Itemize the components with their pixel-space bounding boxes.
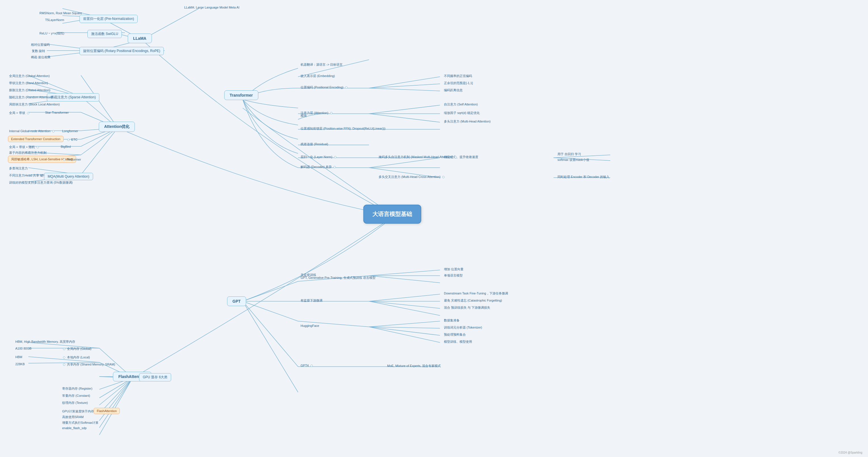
leaf-residual: 残差连接 (Residual) xyxy=(300,142,329,147)
leaf-global-shape: 全局 + 带状 xyxy=(8,110,31,116)
leaf-constant-mem: 常量内存 (Constant) xyxy=(61,393,91,398)
leaf-global-rand: 全局 + 带状 + 随机 xyxy=(8,144,41,150)
leaf-model-train: 模型训练、模型使用 xyxy=(443,339,473,344)
leaf-228kb: 228KB xyxy=(14,362,26,366)
leaf-single-lm: 单项语言模型 xyxy=(443,273,464,278)
leaf-cross-purpose: 同时处理 Encoder 和 Decoder 的输入 xyxy=(556,174,611,180)
leaf-star-transformer: Star-Transformer xyxy=(44,110,70,115)
leaf-positional-encoding: 位置编码 (Positional Encoding) xyxy=(300,85,349,90)
svg-line-38 xyxy=(81,128,118,175)
leaf-machine-translation: 机器翻译：源语言 -> 目标语言 xyxy=(300,62,344,67)
copyright: ©2024 @Sparkling xyxy=(838,451,862,454)
svg-line-71 xyxy=(369,327,440,328)
leaf-rel-pos: 相对位置编码 xyxy=(30,42,51,48)
svg-line-81 xyxy=(99,378,132,405)
leaf-add-pos: 增加 位置向量 xyxy=(443,266,465,272)
leaf-content-sparse: 基于内容的稀疏注意力机制 xyxy=(8,150,48,155)
leaf-bigbird: BigBird xyxy=(60,144,72,149)
svg-line-6 xyxy=(369,105,440,114)
gpt-node: GPT xyxy=(227,296,246,306)
svg-line-85 xyxy=(99,378,132,435)
gpu-6types-node: GPU 显存 6大类 xyxy=(139,373,171,381)
leaf-internal-global: Internal Global-node Attention xyxy=(8,129,57,133)
svg-line-72 xyxy=(369,327,440,335)
leaf-masked-purpose: 用于 自回归 学习 xyxy=(556,151,582,157)
svg-line-4 xyxy=(369,88,440,91)
leaf-layer-norm: 层归一化 (Layer Norm) xyxy=(300,154,338,160)
svg-line-73 xyxy=(369,327,440,342)
svg-line-3 xyxy=(369,84,440,88)
mqa-node: MQA(Multi Query Attention) xyxy=(44,173,93,180)
leaf-attention-layer: 注意力层 (Attention) xyxy=(300,110,334,116)
svg-line-68 xyxy=(369,301,440,315)
leaf-longformer: Longformer xyxy=(61,129,79,133)
leaf-masked-mha: 掩码多头自注意力机制 (Masked Multi-Head Attention) xyxy=(377,154,459,160)
attention-opt-node: Attention优化 xyxy=(99,122,135,132)
swiglu-node: 激活函数 SwiGLU xyxy=(87,30,122,38)
leaf-tokenizer: 训练词元分析器 (Tokenizer) xyxy=(443,325,483,330)
leaf-register-mem: 寄存器内存 (Register) xyxy=(61,386,93,391)
llama-node: LLaMA xyxy=(128,33,152,43)
leaf-hbm: HBM, High Bandwidth Memory, 高宽带内存 xyxy=(14,339,76,344)
svg-line-57 xyxy=(243,301,298,321)
svg-line-63 xyxy=(369,276,440,283)
leaf-t5layer: T5LayerNorm xyxy=(44,18,65,22)
leaf-softmax-mask: softmax 设置mask小值 xyxy=(556,157,590,163)
leaf-global-att: 全局注意力 (Global Attention) xyxy=(8,73,51,79)
svg-line-83 xyxy=(99,378,132,421)
leaf-supervised: 有监督下游微调 xyxy=(300,298,323,303)
svg-line-58 xyxy=(243,301,298,367)
leaf-flash-sdp: enable_flash_sdp xyxy=(61,426,88,430)
leaf-hbm2: HBM xyxy=(14,355,23,359)
leaf-texture-mem: 纹理内存 (Texture) xyxy=(61,400,89,405)
pre-norm-node: 前置归一化层 (Pre-Normalization) xyxy=(80,15,138,23)
svg-line-2 xyxy=(369,77,440,88)
leaf-embedding: 嵌入表示层 (Embedding) xyxy=(300,73,336,79)
leaf-pe-distance: 编码距离信息 xyxy=(443,88,464,93)
connection-lines xyxy=(0,0,868,457)
leaf-block-local-att: 局部块注意力 (Block Local Attention) xyxy=(8,102,61,107)
leaf-ffn: 位置感知前馈层 (Position-wise FFN): Dropout(ReL… xyxy=(300,126,386,131)
leaf-self-attention: 自注意力 (Self Attention) xyxy=(443,102,479,107)
leaf-downstream-ft: Downstream Task Fine-Tuning，下游任务微调 xyxy=(443,291,509,296)
leaf-band-att: 带状注意力 (Band Attention) xyxy=(8,80,49,86)
leaf-random-att: 随机注意力 (Random Attention) xyxy=(8,95,54,100)
mind-map-canvas: 大语言模型基础 Transformer 机器翻译：源语言 -> 目标语言 嵌入表… xyxy=(0,0,868,457)
center-node: 大语言模型基础 xyxy=(363,205,421,224)
leaf-mqa-train: 训练好的模型支持多注意力查询 (5%数据微调) xyxy=(8,180,74,185)
svg-line-65 xyxy=(369,294,440,301)
leaf-multi-query: 多查询注意力 xyxy=(8,166,29,171)
leaf-decoder-diff: 解码器 (Decoder) 差异 xyxy=(300,164,338,170)
svg-line-67 xyxy=(369,301,440,308)
svg-line-59 xyxy=(243,301,298,392)
leaf-pe-range: 正余弦的范围是[-1,1] xyxy=(443,80,474,86)
svg-line-55 xyxy=(243,281,298,301)
leaf-gpt4: GPT4 xyxy=(300,363,315,368)
transformer-node: Transformer xyxy=(224,90,258,100)
leaf-etc-highlight: Extended Transformer Construction xyxy=(8,136,64,142)
svg-line-35 xyxy=(81,128,118,155)
sparse-attention-node: 稀疏注意力 (Sparse Attention) xyxy=(47,93,99,102)
leaf-unsupervised: 无监督训练 xyxy=(300,272,317,278)
leaf-sparse-pos: 稀疏·迷位相乘 xyxy=(30,55,52,60)
leaf-preprocess: 预处理预料集合 xyxy=(443,332,467,337)
svg-line-70 xyxy=(369,321,440,327)
leaf-reformer: ReFormer xyxy=(61,157,82,162)
svg-line-84 xyxy=(99,378,132,428)
leaf-cross-attention: 多头交叉注意力 (Multi-Head Cross Attention) xyxy=(377,174,446,180)
leaf-complex-rot: 复数·旋转 xyxy=(31,48,46,54)
leaf-data-prep: 数据集准备 xyxy=(443,318,461,323)
leaf-pe-sin: 不同频率的正弦编码 xyxy=(443,73,473,79)
leaf-rms: RMSNorm, Root Mean Square xyxy=(38,11,83,16)
svg-line-8 xyxy=(369,114,440,122)
leaf-local-mem: 本地内存 (Local) xyxy=(61,355,91,360)
leaf-moe: MoE, Mixture of Experts, 混合专家模式 xyxy=(386,363,442,369)
leaf-huggingface: HuggingFace xyxy=(300,323,320,328)
leaf-global-mem: 全局内存 (Global) xyxy=(61,346,93,351)
leaf-shared-mem: 共享内存 (Shared Memory, SRAM) xyxy=(61,362,116,367)
leaf-dilated-att: 膨胀注意力 (Dilated Attention) xyxy=(8,88,52,93)
leaf-flashattn-label: FlashAttention xyxy=(94,408,120,414)
leaf-catastrophic: 避免 灾难性遗忘 (Catastrophic Forgetting) xyxy=(443,298,503,303)
svg-line-20 xyxy=(81,75,118,128)
leaf-relu: ReLU ~ y=x(线性) xyxy=(38,31,65,36)
